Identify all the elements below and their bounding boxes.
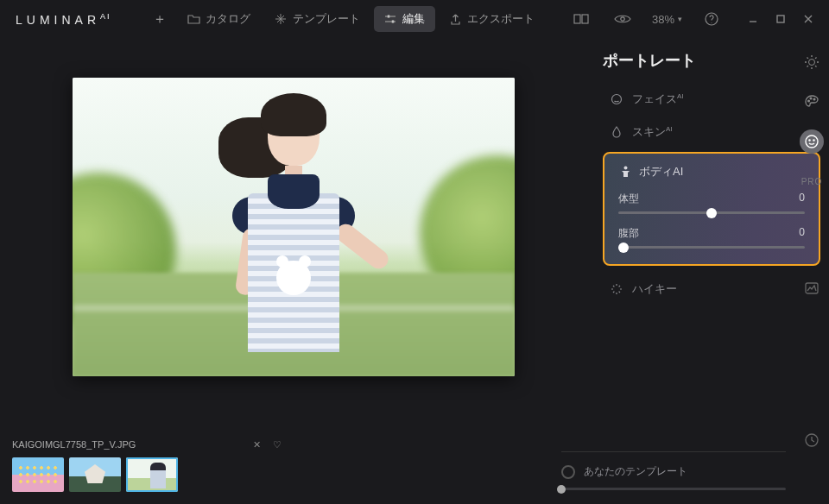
tool-highkey-label: ハイキー: [632, 281, 677, 297]
sliders-icon: [384, 13, 397, 26]
top-bar: LUMINARAI ＋ カタログ テンプレート 編集 エクスポート 38% ▾: [0, 0, 829, 38]
svg-point-10: [808, 100, 810, 102]
rail-pro[interactable]: PRO: [800, 169, 824, 193]
body-icon: [618, 165, 632, 179]
export-icon: [449, 13, 462, 26]
slider-abdomen-label: 腹部: [618, 226, 639, 241]
top-nav: ＋ カタログ テンプレート 編集 エクスポート: [146, 5, 545, 34]
divider: [561, 451, 786, 452]
panel-title: ポートレート: [603, 50, 820, 71]
close-button[interactable]: [796, 7, 820, 31]
face-icon: [610, 92, 623, 106]
thumbnail-1[interactable]: [12, 457, 64, 492]
nav-edit[interactable]: 編集: [374, 6, 435, 32]
image-canvas[interactable]: [73, 78, 515, 376]
skin-icon: [610, 125, 623, 139]
topbar-right: 38% ▾: [569, 7, 820, 31]
svg-point-0: [387, 15, 389, 17]
template-dot-icon: [561, 465, 575, 479]
bottom-strip: KAIGOIMGL7758_TP_V.JPG ✕ ♡ あなたのテンプレート: [0, 435, 829, 504]
file-name: KAIGOIMGL7758_TP_V.JPG: [12, 439, 136, 450]
thumbnail-3-selected[interactable]: [126, 457, 178, 492]
tool-skin-label: スキン: [632, 125, 666, 138]
zoom-value: 38%: [652, 13, 674, 26]
ai-badge: AI: [666, 125, 673, 133]
tool-face-label: フェイス: [632, 92, 677, 105]
slider-abdomen-thumb[interactable]: [618, 243, 629, 253]
rail-effects[interactable]: [800, 276, 824, 300]
maximize-button[interactable]: [769, 7, 793, 31]
ai-badge: AI: [673, 165, 683, 178]
svg-point-7: [612, 95, 622, 104]
template-strength-thumb[interactable]: [557, 485, 566, 494]
tool-skin[interactable]: スキンAI: [603, 116, 820, 148]
plus-icon: ＋: [153, 10, 167, 28]
eye-icon[interactable]: [611, 7, 635, 31]
template-strength-track[interactable]: [561, 488, 786, 490]
svg-point-8: [623, 167, 627, 170]
slider-abdomen-track[interactable]: [618, 246, 805, 249]
svg-point-14: [809, 140, 810, 141]
svg-rect-3: [582, 15, 588, 23]
slider-body-shape-track[interactable]: [618, 211, 805, 214]
nav-export[interactable]: エクスポート: [439, 6, 545, 32]
app-logo: LUMINARAI: [9, 12, 111, 27]
ai-badge: AI: [677, 92, 684, 100]
folder-icon: [187, 13, 200, 26]
tool-face[interactable]: フェイスAI: [603, 83, 820, 116]
favorite-icon[interactable]: ♡: [273, 439, 282, 450]
compare-icon[interactable]: [569, 7, 593, 31]
tool-body-label: ボディ: [639, 165, 673, 178]
chevron-down-icon: ▾: [678, 15, 682, 23]
slider-abdomen: 腹部 0: [618, 226, 805, 249]
app-name: LUMINAR: [16, 12, 100, 26]
tool-body-header[interactable]: ボディAI: [618, 164, 805, 180]
nav-edit-label: 編集: [402, 11, 425, 27]
slider-body-shape-thumb[interactable]: [706, 208, 717, 218]
tool-body-card: ボディAI 体型 0 腹部 0: [603, 152, 820, 266]
svg-point-13: [806, 135, 818, 148]
your-template-label: あなたのテンプレート: [584, 464, 687, 479]
slider-body-shape-label: 体型: [618, 192, 639, 206]
svg-point-4: [621, 17, 624, 21]
minimize-button[interactable]: [741, 7, 765, 31]
add-button[interactable]: ＋: [146, 5, 174, 34]
app-suffix: AI: [100, 12, 111, 21]
reject-icon[interactable]: ✕: [253, 439, 261, 450]
nav-catalog[interactable]: カタログ: [177, 6, 261, 32]
nav-catalog-label: カタログ: [206, 11, 250, 27]
svg-point-11: [810, 98, 812, 99]
zoom-dropdown[interactable]: 38% ▾: [652, 13, 682, 26]
edit-panel: ポートレート フェイスAI スキンAI ボディAI 体型 0: [587, 38, 829, 435]
right-rail: PRO: [794, 38, 829, 504]
highkey-icon: [610, 282, 623, 296]
svg-rect-2: [574, 15, 580, 23]
svg-point-9: [809, 60, 815, 66]
svg-rect-6: [777, 16, 784, 22]
svg-point-12: [813, 98, 815, 100]
svg-point-1: [391, 20, 394, 22]
nav-template-label: テンプレート: [293, 11, 360, 27]
sparkle-icon: [275, 13, 288, 26]
svg-point-15: [813, 140, 814, 141]
tool-highkey[interactable]: ハイキー: [603, 273, 820, 306]
template-strength: あなたのテンプレート: [561, 451, 786, 490]
rail-light[interactable]: [800, 50, 824, 74]
rail-portrait[interactable]: [800, 129, 824, 154]
canvas-column: [0, 38, 587, 435]
rail-pro-label: PRO: [801, 177, 823, 186]
main-area: ポートレート フェイスAI スキンAI ボディAI 体型 0: [0, 38, 829, 435]
help-icon[interactable]: [699, 7, 724, 31]
nav-export-label: エクスポート: [467, 11, 535, 27]
thumbnail-2[interactable]: [69, 457, 121, 492]
slider-body-shape: 体型 0: [618, 192, 805, 214]
nav-template[interactable]: テンプレート: [264, 6, 370, 32]
rail-color[interactable]: [800, 90, 824, 114]
window-controls: [741, 7, 820, 31]
